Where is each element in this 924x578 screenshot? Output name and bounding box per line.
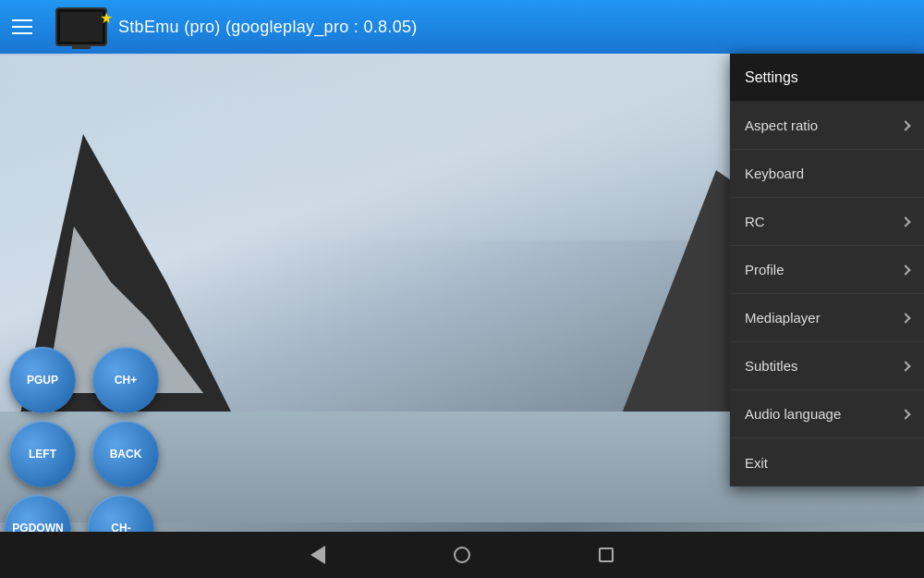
- chevron-right-icon: [900, 120, 910, 130]
- star-badge: ★: [100, 9, 113, 27]
- left-button[interactable]: LEFT: [9, 421, 76, 487]
- menu-item-subtitles[interactable]: Subtitles: [730, 342, 924, 390]
- nav-back-button[interactable]: [301, 538, 334, 572]
- chevron-right-icon: [900, 216, 910, 227]
- menu-item-aspect-ratio[interactable]: Aspect ratio: [730, 102, 924, 150]
- chplus-button[interactable]: CH+: [92, 347, 159, 413]
- system-bar: [0, 532, 924, 578]
- dropdown-menu: Settings Aspect ratio Keyboard RC Profil…: [730, 54, 924, 486]
- menu-item-exit[interactable]: Exit: [730, 438, 924, 486]
- menu-item-rc[interactable]: RC: [730, 198, 924, 246]
- menu-item-audio-language[interactable]: Audio language: [730, 390, 924, 438]
- back-button[interactable]: BACK: [92, 421, 159, 487]
- menu-item-profile[interactable]: Profile: [730, 246, 924, 294]
- chevron-right-icon: [900, 361, 910, 371]
- nav-home-button[interactable]: [445, 538, 479, 572]
- nav-back-icon: [310, 546, 325, 564]
- menu-item-settings[interactable]: Settings: [730, 54, 924, 102]
- top-bar: ★ StbEmu (pro) (googleplay_pro : 0.8.05): [0, 0, 924, 54]
- nav-recent-icon: [599, 547, 614, 562]
- nav-home-icon: [454, 547, 470, 563]
- chevron-right-icon: [900, 409, 910, 419]
- menu-item-mediaplayer[interactable]: Mediaplayer: [730, 294, 924, 342]
- pgup-button[interactable]: PGUP: [9, 347, 76, 413]
- chevron-right-icon: [900, 313, 910, 323]
- chevron-right-icon: [900, 264, 910, 275]
- tv-icon-area: ★: [44, 7, 118, 46]
- hamburger-button[interactable]: [0, 0, 44, 54]
- app-title: StbEmu (pro) (googleplay_pro : 0.8.05): [118, 18, 924, 37]
- nav-recent-button[interactable]: [590, 538, 623, 572]
- menu-item-keyboard[interactable]: Keyboard: [730, 150, 924, 198]
